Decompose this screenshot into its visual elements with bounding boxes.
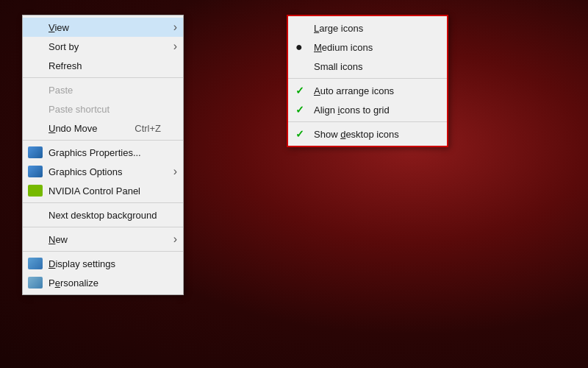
submenu-separator-2 (288, 121, 447, 122)
menu-item-next-desktop-bg[interactable]: Next desktop background (23, 205, 183, 224)
menu-label-next-desktop-bg: Next desktop background (49, 210, 157, 221)
align-grid-check: ✓ (295, 104, 304, 116)
menu-shortcut-undo-move: Ctrl+Z (120, 123, 161, 134)
separator-3 (23, 202, 183, 203)
menu-label-graphics-options: Graphics Options (49, 166, 122, 177)
menu-item-sort-by[interactable]: Sort by (23, 37, 183, 56)
submenu-label-auto-arrange: Auto arrange icons (314, 85, 394, 96)
separator-2 (23, 140, 183, 141)
menu-item-new[interactable]: New (23, 230, 183, 249)
menu-label-graphics-properties: Graphics Properties... (49, 147, 141, 158)
menu-label-refresh: Refresh (49, 60, 82, 71)
nvidia-icon-shape (28, 185, 43, 197)
menu-label-new: New (49, 234, 68, 245)
show-desktop-icons-check: ✓ (295, 128, 304, 140)
menu-item-view[interactable]: View (23, 18, 183, 37)
context-menu: View Sort by Refresh Paste Paste shortcu… (22, 15, 184, 295)
auto-arrange-check: ✓ (295, 85, 304, 96)
submenu-label-align-grid: Align icons to grid (314, 105, 390, 116)
submenu-item-auto-arrange[interactable]: ✓ Auto arrange icons (288, 81, 447, 100)
menu-label-sort-by: Sort by (49, 41, 79, 52)
menu-label-nvidia: NVIDIA Control Panel (49, 185, 140, 197)
submenu-label-show-desktop-icons: Show desktop icons (314, 129, 399, 140)
submenu-item-medium-icons[interactable]: ● Medium icons (288, 38, 447, 57)
menu-label-display-settings: Display settings (49, 258, 115, 269)
menu-item-undo-move[interactable]: Undo Move Ctrl+Z (23, 118, 183, 138)
menu-label-view: View (49, 22, 69, 33)
menu-item-refresh[interactable]: Refresh (23, 56, 183, 75)
menu-item-graphics-properties[interactable]: Graphics Properties... (23, 143, 183, 162)
menu-item-nvidia[interactable]: NVIDIA Control Panel (23, 181, 183, 200)
display-icon-shape (28, 258, 43, 269)
menu-label-personalize: Personalize (49, 277, 98, 289)
submenu-label-medium-icons: Medium icons (314, 42, 373, 53)
medium-icons-bullet: ● (295, 40, 303, 54)
submenu-item-align-grid[interactable]: ✓ Align icons to grid (288, 100, 447, 119)
submenu-label-small-icons: Small icons (314, 61, 362, 72)
submenu-item-show-desktop-icons[interactable]: ✓ Show desktop icons (288, 124, 447, 144)
menu-item-paste: Paste (23, 80, 183, 99)
personalize-icon (26, 275, 44, 290)
menu-label-paste-shortcut: Paste shortcut (49, 104, 110, 115)
nvidia-icon (26, 183, 44, 198)
menu-label-paste: Paste (49, 85, 73, 96)
graphics-icon-shape (28, 146, 43, 158)
menu-item-graphics-options[interactable]: Graphics Options (23, 162, 183, 181)
separator-5 (23, 251, 183, 252)
menu-item-personalize[interactable]: Personalize (23, 273, 183, 292)
menu-item-paste-shortcut: Paste shortcut (23, 99, 183, 118)
separator-4 (23, 227, 183, 227)
graphics-properties-icon (26, 145, 44, 160)
menu-item-display-settings[interactable]: Display settings (23, 254, 183, 273)
submenu-label-large-icons: Large icons (314, 23, 363, 34)
submenu-item-large-icons[interactable]: Large icons (288, 18, 447, 38)
graphics-options-icon-shape (28, 166, 43, 177)
submenu-separator-1 (288, 78, 447, 79)
separator-1 (23, 77, 183, 78)
graphics-options-icon (26, 164, 44, 179)
personalize-icon-shape (28, 277, 43, 289)
submenu-item-small-icons[interactable]: Small icons (288, 57, 447, 76)
submenu-view: Large icons ● Medium icons Small icons ✓… (287, 15, 448, 147)
menu-label-undo-move: Undo Move (49, 123, 97, 134)
display-settings-icon (26, 256, 44, 271)
